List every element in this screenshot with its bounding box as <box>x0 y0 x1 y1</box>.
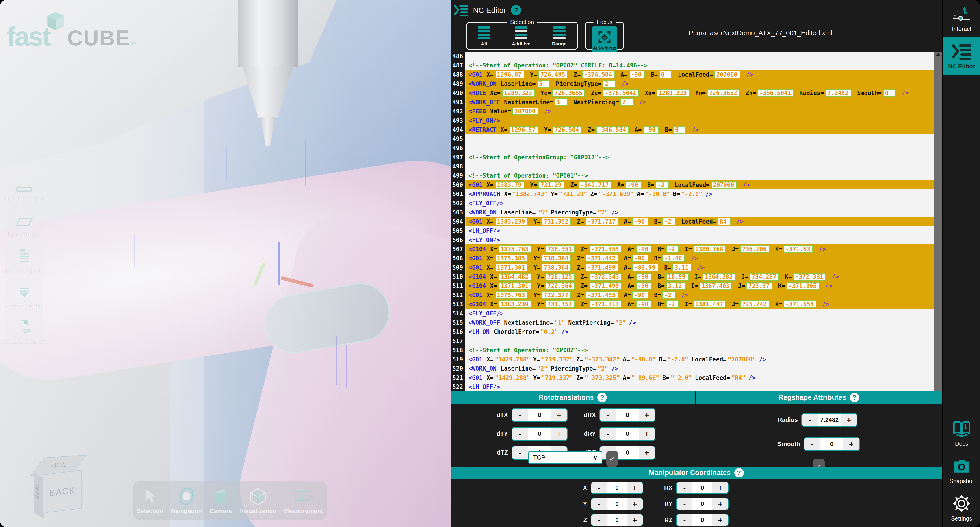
value-field[interactable]: 2 <box>603 80 616 87</box>
sidebar-item-snapshot[interactable]: Snapshot <box>943 452 980 490</box>
value-field[interactable]: 1375.763 <box>498 245 531 253</box>
stepper-value[interactable]: 0 <box>607 482 627 494</box>
viewport-3d[interactable]: fast CUBE ® Upload Project <box>0 0 450 527</box>
value-field[interactable]: 1296.57 <box>509 126 538 133</box>
value-field[interactable]: -371.63 <box>784 245 813 253</box>
value-field[interactable]: -90 <box>636 245 652 253</box>
value-field[interactable]: -90 <box>632 218 648 225</box>
increment-button[interactable]: + <box>712 514 728 525</box>
visualization-tool-button[interactable]: Visualization <box>239 487 276 515</box>
value-field[interactable]: -371.499 <box>585 264 618 271</box>
value-field[interactable]: 5 <box>537 80 550 87</box>
value-field[interactable]: 10.99 <box>666 273 689 281</box>
open-project-button[interactable]: Open Project <box>7 210 42 238</box>
decrement-button[interactable]: - <box>677 482 692 494</box>
validate-program-button[interactable]: Validate Program <box>2 317 47 345</box>
decrement-button[interactable]: - <box>677 498 692 510</box>
sidebar-item-interact[interactable]: Interact <box>943 0 980 37</box>
reference-frame-dropdown[interactable]: TCP ∨ <box>528 451 602 464</box>
value-field[interactable]: -371.442 <box>585 254 618 262</box>
stepper-value[interactable]: 0 <box>616 409 639 421</box>
value-field[interactable]: 738.364 <box>542 254 571 262</box>
value-field[interactable]: 207000 <box>512 108 538 115</box>
navigation-tool-button[interactable]: Navigation <box>171 487 202 515</box>
stepper-value[interactable]: 0 <box>528 409 551 421</box>
selection-tool-button[interactable]: Selection <box>137 487 164 515</box>
value-field[interactable]: 1296.07 <box>495 71 524 78</box>
camera-tool-button[interactable]: Camera <box>210 487 232 515</box>
value-field[interactable]: 1364.282 <box>703 273 735 281</box>
value-field[interactable]: -2 <box>655 181 669 189</box>
load-program-button[interactable]: Load Program <box>5 246 43 274</box>
value-field[interactable]: -2 <box>666 300 679 308</box>
view-cube-side-face[interactable]: RIGHT <box>33 473 45 519</box>
value-field[interactable]: 726.504 <box>552 126 582 133</box>
stepper-value[interactable]: 0 <box>607 514 627 525</box>
increment-button[interactable]: + <box>639 409 655 421</box>
decrement-button[interactable]: - <box>802 414 818 426</box>
increment-button[interactable]: + <box>712 482 728 494</box>
value-field[interactable]: 734.267 <box>749 273 779 281</box>
decrement-button[interactable]: - <box>591 498 607 510</box>
value-field[interactable]: 3.12 <box>666 282 685 290</box>
value-field[interactable]: -376.504 <box>582 71 615 78</box>
value-field[interactable]: -356.5041 <box>757 89 794 97</box>
value-field[interactable]: -89.99 <box>632 264 658 271</box>
value-field[interactable]: -371.455 <box>585 291 618 299</box>
value-field[interactable]: 726.495 <box>538 71 568 78</box>
decrement-button[interactable]: - <box>600 427 616 440</box>
decrement-button[interactable]: - <box>512 427 528 440</box>
value-field[interactable]: 1380.768 <box>693 245 726 253</box>
increment-button[interactable]: + <box>639 427 655 440</box>
value-field[interactable]: 1375.763 <box>495 291 528 299</box>
value-field[interactable]: 1371.301 <box>498 282 531 290</box>
value-field[interactable]: 1289.323 <box>657 89 689 97</box>
stepper-value[interactable]: 0 <box>692 482 712 494</box>
value-field[interactable]: 1383.239 <box>495 218 528 225</box>
value-field[interactable]: -2 <box>666 245 679 253</box>
increment-button[interactable]: + <box>627 482 643 494</box>
value-field[interactable]: 1 <box>555 98 568 106</box>
value-field[interactable]: 1364.482 <box>498 273 531 281</box>
increment-button[interactable]: + <box>627 514 643 525</box>
value-field[interactable]: -90 <box>636 273 652 281</box>
sidebar-item-docs[interactable]: i Docs <box>943 415 980 452</box>
decrement-button[interactable]: - <box>591 482 607 494</box>
decrement-button[interactable]: - <box>591 514 607 525</box>
value-field[interactable]: 736.206 <box>740 245 769 253</box>
value-field[interactable]: -346.504 <box>596 126 629 133</box>
value-field[interactable]: -90 <box>632 254 648 262</box>
increment-button[interactable]: + <box>627 498 643 510</box>
selection-range-button[interactable]: Range <box>552 25 566 47</box>
value-field[interactable]: 723.37 <box>746 282 772 290</box>
value-field[interactable]: -372.381 <box>793 273 826 281</box>
decrement-button[interactable]: - <box>512 409 528 421</box>
value-field[interactable]: 738.351 <box>546 245 575 253</box>
view-cube-front-face[interactable]: BACK <box>43 470 81 513</box>
save-program-button[interactable]: Save Program <box>5 282 43 309</box>
stepper-value[interactable]: 0 <box>820 438 843 450</box>
value-field[interactable]: 1371.301 <box>495 264 528 271</box>
value-field[interactable]: 722.377 <box>542 291 571 299</box>
value-field[interactable]: -371.499 <box>589 282 622 290</box>
value-field[interactable]: 0 <box>883 89 896 97</box>
value-field[interactable]: -371.455 <box>589 245 622 253</box>
value-field[interactable]: 0 <box>673 126 686 133</box>
value-field[interactable]: -376.5041 <box>603 89 639 97</box>
measurement-tool-button[interactable]: Measurement <box>284 487 323 515</box>
value-field[interactable]: 738.364 <box>542 264 571 271</box>
value-field[interactable]: 731.29 <box>538 181 565 189</box>
value-field[interactable]: 722.364 <box>546 282 575 290</box>
increment-button[interactable]: + <box>551 409 567 421</box>
decrement-button[interactable]: - <box>805 438 820 450</box>
increment-button[interactable]: + <box>841 414 857 426</box>
value-field[interactable]: -90 <box>629 71 645 78</box>
value-field[interactable]: 3.11 <box>673 264 692 271</box>
value-field[interactable]: R4 <box>718 218 731 225</box>
stepper-value[interactable]: 7.2482 <box>818 414 841 426</box>
decrement-button[interactable]: - <box>677 514 692 525</box>
sidebar-item-settings[interactable]: Settings <box>943 490 980 527</box>
stepper-value[interactable]: 0 <box>528 427 551 440</box>
selection-all-button[interactable]: All <box>478 25 490 47</box>
upload-project-button[interactable]: Upload Project <box>5 175 44 202</box>
